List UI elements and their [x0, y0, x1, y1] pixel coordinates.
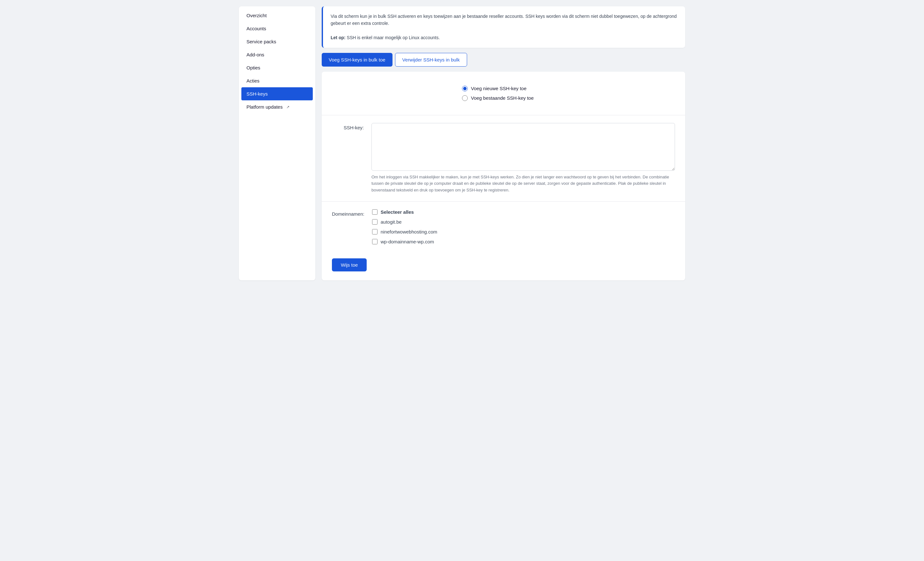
info-box: Via dit scherm kun je in bulk SSH active…	[322, 6, 685, 48]
sidebar-item-label: SSH-keys	[246, 91, 268, 97]
info-note-text: SSH is enkel maar mogelijk op Linux acco…	[347, 35, 440, 40]
radio-input-new-key[interactable]	[462, 86, 468, 91]
external-link-icon: ↗	[286, 105, 290, 109]
domain-label: ninefortwowebhosting.com	[381, 229, 438, 235]
add-ssh-keys-button[interactable]: Voeg SSH-keys in bulk toe	[322, 53, 393, 67]
checkbox-domain-2[interactable]: wp-domainname-wp.com	[372, 239, 675, 244]
sidebar-item-service-packs[interactable]: Service packs	[239, 35, 315, 48]
sidebar-item-ssh-keys[interactable]: SSH-keys	[242, 87, 313, 100]
checkbox-domain-0[interactable]: autogit.be	[372, 219, 675, 224]
sidebar-item-label: Add-ons	[246, 52, 264, 57]
remove-ssh-keys-button[interactable]: Verwijder SSH-keys in bulk	[395, 53, 467, 67]
checkbox-input-select-all[interactable]	[372, 209, 378, 215]
sidebar-item-platform-updates[interactable]: Platform updates↗	[239, 100, 315, 114]
radio-group: Voeg nieuwe SSH-key toeVoeg bestaande SS…	[332, 79, 675, 107]
radio-label-text: Voeg nieuwe SSH-key toe	[471, 86, 526, 91]
checkbox-input-domain-1[interactable]	[372, 229, 378, 235]
checkbox-input-domain-2[interactable]	[372, 239, 378, 244]
ssh-key-content: Om het inloggen via SSH makkelijker te m…	[372, 123, 675, 194]
sidebar-item-label: Service packs	[246, 39, 276, 44]
sidebar-item-acties[interactable]: Acties	[239, 74, 315, 87]
checkbox-group: Selecteer allesautogit.beninefortwowebho…	[372, 209, 675, 244]
sidebar-item-label: Platform updates	[246, 104, 282, 109]
info-note-label: Let op:	[331, 35, 346, 40]
select-all-label: Selecteer alles	[381, 209, 414, 215]
form-card: Voeg nieuwe SSH-key toeVoeg bestaande SS…	[322, 72, 685, 280]
submit-button[interactable]: Wijs toe	[332, 258, 367, 271]
sidebar-item-accounts[interactable]: Accounts	[239, 22, 315, 35]
radio-label-text: Voeg bestaande SSH-key toe	[471, 95, 534, 101]
sidebar-item-label: Acties	[246, 78, 260, 84]
ssh-key-help: Om het inloggen via SSH makkelijker te m…	[372, 174, 675, 194]
sidebar: OverzichtAccountsService packsAdd-onsOpt…	[239, 6, 315, 280]
checkbox-select-all[interactable]: Selecteer alles	[372, 209, 675, 215]
checkbox-domain-1[interactable]: ninefortwowebhosting.com	[372, 229, 675, 235]
sidebar-item-opties[interactable]: Opties	[239, 61, 315, 74]
domains-label: Domeinnamen:	[332, 209, 364, 217]
domains-content: Selecteer allesautogit.beninefortwowebho…	[372, 209, 675, 244]
domain-label: autogit.be	[381, 219, 402, 224]
checkbox-input-domain-0[interactable]	[372, 219, 378, 224]
ssh-key-field-row: SSH-key: Om het inloggen via SSH makkeli…	[322, 115, 685, 202]
ssh-key-textarea[interactable]	[372, 123, 675, 171]
submit-area: Wijs toe	[322, 252, 685, 280]
domains-row: Domeinnamen: Selecteer allesautogit.beni…	[322, 202, 685, 252]
sidebar-item-label: Opties	[246, 65, 260, 70]
radio-option-new-key[interactable]: Voeg nieuwe SSH-key toe	[462, 86, 545, 91]
sidebar-item-label: Overzicht	[246, 13, 267, 18]
domain-label: wp-domainname-wp.com	[381, 239, 434, 244]
sidebar-item-label: Accounts	[246, 26, 266, 31]
radio-section: Voeg nieuwe SSH-key toeVoeg bestaande SS…	[322, 72, 685, 115]
sidebar-item-overzicht[interactable]: Overzicht	[239, 9, 315, 22]
ssh-key-label: SSH-key:	[332, 123, 364, 130]
main-content: Via dit scherm kun je in bulk SSH active…	[322, 6, 685, 280]
sidebar-item-add-ons[interactable]: Add-ons	[239, 48, 315, 61]
info-text: Via dit scherm kun je in bulk SSH active…	[331, 14, 676, 26]
radio-input-existing-key[interactable]	[462, 95, 468, 101]
tab-buttons: Voeg SSH-keys in bulk toe Verwijder SSH-…	[322, 53, 685, 67]
radio-option-existing-key[interactable]: Voeg bestaande SSH-key toe	[462, 95, 545, 101]
